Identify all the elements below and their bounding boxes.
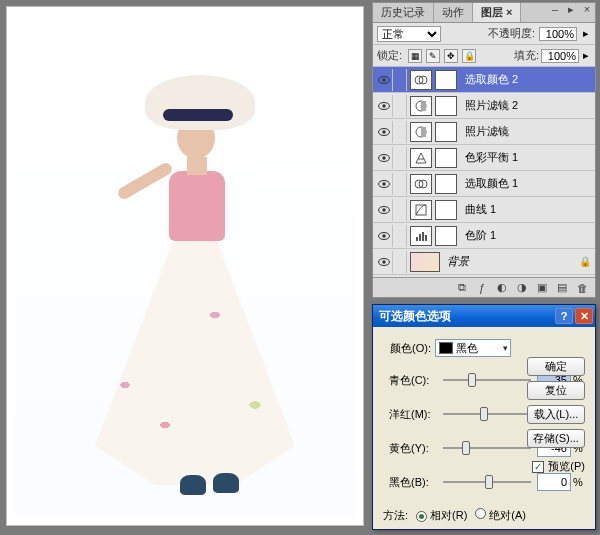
pct-label: % [573, 476, 587, 488]
tab-layers[interactable]: 图层 × [473, 3, 521, 22]
layer-row[interactable]: 选取颜色 1 [373, 171, 595, 197]
visibility-toggle[interactable] [375, 173, 393, 195]
yellow-slider[interactable] [443, 440, 531, 456]
layer-row-background[interactable]: 背景 🔒 [373, 249, 595, 275]
layer-row[interactable]: 选取颜色 2 [373, 67, 595, 93]
preview-checkbox[interactable]: ✓ [532, 461, 544, 473]
method-label: 方法: [383, 508, 408, 523]
panel-close-icon[interactable]: × [579, 3, 595, 22]
svg-point-13 [382, 156, 385, 159]
panel-tabs: 历史记录 动作 图层 × – ▸ × [373, 3, 595, 23]
layer-style-icon[interactable]: ƒ [475, 281, 489, 295]
adjustment-layer-icon[interactable]: ◑ [515, 281, 529, 295]
method-relative-radio[interactable]: 相对(R) [416, 508, 467, 523]
layer-mask-icon[interactable]: ◐ [495, 281, 509, 295]
lock-transparency-icon[interactable]: ▦ [408, 49, 422, 63]
link-column[interactable] [393, 173, 407, 195]
layer-row[interactable]: 色阶 1 [373, 223, 595, 249]
opacity-caret-icon[interactable]: ▸ [581, 27, 591, 40]
link-column[interactable] [393, 199, 407, 221]
layer-mask[interactable] [435, 226, 457, 246]
tab-history[interactable]: 历史记录 [373, 3, 434, 22]
help-button[interactable]: ? [555, 308, 573, 324]
lock-icon: 🔒 [579, 256, 591, 267]
ok-button[interactable]: 确定 [527, 357, 585, 376]
group-icon[interactable]: ▣ [535, 281, 549, 295]
save-button[interactable]: 存储(S)... [527, 429, 585, 448]
black-label: 黑色(B): [389, 475, 441, 490]
layer-mask[interactable] [435, 122, 457, 142]
link-column[interactable] [393, 147, 407, 169]
tab-actions[interactable]: 动作 [434, 3, 473, 22]
fill-field[interactable]: 100% [541, 49, 579, 63]
layer-thumbnail[interactable] [410, 252, 440, 272]
close-button[interactable]: ✕ [575, 308, 593, 324]
lock-move-icon[interactable]: ✥ [444, 49, 458, 63]
layer-name[interactable]: 背景 [443, 254, 579, 269]
adjustment-icon[interactable] [410, 122, 432, 142]
panel-footer: ⧉ ƒ ◐ ◑ ▣ ▤ 🗑 [373, 277, 595, 297]
link-column[interactable] [393, 69, 407, 91]
layer-row[interactable]: 色彩平衡 1 [373, 145, 595, 171]
black-slider[interactable] [443, 474, 531, 490]
fill-label: 填充: [514, 48, 539, 63]
layer-mask[interactable] [435, 148, 457, 168]
layer-name[interactable]: 色阶 1 [461, 228, 595, 243]
new-layer-icon[interactable]: ▤ [555, 281, 569, 295]
lock-all-icon[interactable]: 🔒 [462, 49, 476, 63]
visibility-toggle[interactable] [375, 121, 393, 143]
link-column[interactable] [393, 95, 407, 117]
adjustment-icon[interactable] [410, 148, 432, 168]
layer-row[interactable]: 曲线 1 [373, 197, 595, 223]
lock-paint-icon[interactable]: ✎ [426, 49, 440, 63]
svg-rect-24 [416, 237, 418, 241]
layer-row[interactable]: 照片滤镜 2 [373, 93, 595, 119]
link-column[interactable] [393, 225, 407, 247]
delete-layer-icon[interactable]: 🗑 [575, 281, 589, 295]
visibility-toggle[interactable] [375, 225, 393, 247]
layer-name[interactable]: 选取颜色 1 [461, 176, 595, 191]
link-column[interactable] [393, 251, 407, 273]
adjustment-icon[interactable] [410, 174, 432, 194]
visibility-toggle[interactable] [375, 199, 393, 221]
visibility-toggle[interactable] [375, 69, 393, 91]
document-canvas[interactable] [6, 6, 364, 526]
layer-mask[interactable] [435, 200, 457, 220]
layer-mask[interactable] [435, 174, 457, 194]
visibility-toggle[interactable] [375, 95, 393, 117]
visibility-toggle[interactable] [375, 147, 393, 169]
dialog-titlebar[interactable]: 可选颜色选项 ? ✕ [373, 305, 595, 327]
layer-name[interactable]: 照片滤镜 2 [461, 98, 595, 113]
visibility-toggle[interactable] [375, 251, 393, 273]
fill-caret-icon[interactable]: ▸ [581, 49, 591, 62]
layer-name[interactable]: 曲线 1 [461, 202, 595, 217]
adjustment-icon[interactable] [410, 96, 432, 116]
load-button[interactable]: 载入(L)... [527, 405, 585, 424]
layer-mask[interactable] [435, 96, 457, 116]
cyan-slider[interactable] [443, 372, 531, 388]
layer-row[interactable]: 照片滤镜 [373, 119, 595, 145]
link-layers-icon[interactable]: ⧉ [455, 281, 469, 295]
method-absolute-radio[interactable]: 绝对(A) [475, 508, 526, 523]
layer-mask[interactable] [435, 70, 457, 90]
opacity-field[interactable]: 100% [539, 27, 577, 41]
panel-minimize-icon[interactable]: – [547, 3, 563, 22]
adjustment-icon[interactable] [410, 70, 432, 90]
svg-point-20 [382, 208, 385, 211]
adjustment-icon[interactable] [410, 226, 432, 246]
svg-point-29 [382, 260, 385, 263]
layer-name[interactable]: 色彩平衡 1 [461, 150, 595, 165]
black-value[interactable]: 0 [537, 473, 571, 491]
adjustment-icon[interactable] [410, 200, 432, 220]
link-column[interactable] [393, 121, 407, 143]
svg-rect-21 [416, 205, 426, 215]
layer-name[interactable]: 照片滤镜 [461, 124, 595, 139]
layer-name[interactable]: 选取颜色 2 [461, 72, 595, 87]
cancel-button[interactable]: 复位 [527, 381, 585, 400]
colors-select[interactable]: 黑色 ▾ [435, 339, 511, 357]
preview-label: 预览(P) [548, 459, 585, 474]
photo-figure [85, 75, 305, 495]
blend-mode-select[interactable]: 正常 [377, 26, 441, 42]
panel-menu-icon[interactable]: ▸ [563, 3, 579, 22]
magenta-slider[interactable] [443, 406, 531, 422]
